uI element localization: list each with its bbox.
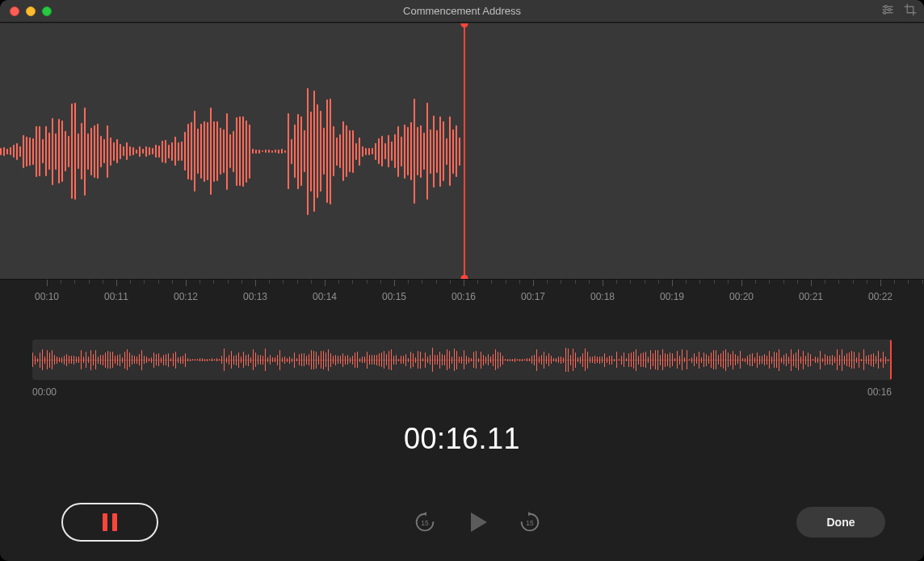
ruler-label: 00:13 <box>243 291 267 302</box>
overview-start-label: 00:00 <box>32 386 57 398</box>
overview-labels: 00:00 00:16 <box>32 386 892 398</box>
overview-end-marker[interactable] <box>890 340 892 380</box>
svg-point-1 <box>884 6 887 8</box>
overview-region: 00:00 00:16 <box>32 340 892 398</box>
ruler-label: 00:10 <box>35 291 59 302</box>
trim-crop-icon[interactable] <box>903 2 918 20</box>
ruler-label: 00:16 <box>452 291 476 302</box>
titlebar-tools <box>880 0 918 23</box>
play-button[interactable] <box>464 509 490 535</box>
done-button-label: Done <box>827 516 855 529</box>
elapsed-time-display: 00:16.11 <box>0 422 924 456</box>
pause-record-button[interactable] <box>61 503 158 542</box>
overview-end-label: 00:16 <box>867 386 892 398</box>
overview-waveform[interactable] <box>32 340 892 380</box>
ruler-label: 00:14 <box>313 291 337 302</box>
window-title: Commencement Address <box>0 5 924 17</box>
voice-memos-window: Commencement Address 00:1000:1100:1200:1… <box>0 0 924 561</box>
zoom-window-button[interactable] <box>42 6 52 16</box>
done-button[interactable]: Done <box>796 507 885 538</box>
skip-back-amount: 15 <box>421 519 429 527</box>
svg-point-3 <box>888 9 891 11</box>
main-waveform-region[interactable] <box>0 23 924 280</box>
ruler-label: 00:12 <box>174 291 198 302</box>
ruler-label: 00:15 <box>382 291 406 302</box>
ruler-label: 00:18 <box>590 291 615 302</box>
settings-sliders-icon[interactable] <box>880 2 895 20</box>
main-waveform <box>0 23 462 279</box>
ruler-label: 00:17 <box>521 291 545 302</box>
traffic-lights <box>0 6 52 16</box>
ruler-label: 00:20 <box>729 291 754 302</box>
controls-row: 15 15 Done <box>0 503 924 542</box>
time-ruler[interactable]: 00:1000:1100:1200:1300:1400:1500:1600:17… <box>0 280 924 315</box>
pause-icon <box>103 513 117 531</box>
minimize-window-button[interactable] <box>26 6 36 16</box>
skip-forward-15-button[interactable]: 15 <box>518 510 542 534</box>
ruler-label: 00:22 <box>868 291 892 302</box>
ruler-label: 00:11 <box>104 291 128 302</box>
svg-point-5 <box>884 11 886 14</box>
ruler-label: 00:19 <box>660 291 684 302</box>
skip-forward-amount: 15 <box>526 519 534 527</box>
playback-controls: 15 15 <box>413 509 542 535</box>
playhead[interactable] <box>464 23 465 279</box>
close-window-button[interactable] <box>10 6 19 16</box>
overview-midline <box>32 360 892 361</box>
ruler-label: 00:21 <box>799 291 823 302</box>
titlebar: Commencement Address <box>0 0 924 23</box>
skip-back-15-button[interactable]: 15 <box>413 510 437 534</box>
